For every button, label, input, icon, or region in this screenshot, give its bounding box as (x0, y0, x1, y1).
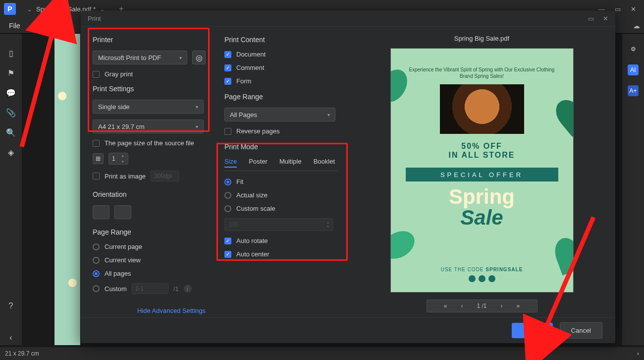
dialog-close-icon[interactable]: ✕ (603, 15, 608, 22)
preview-sale: Sale (460, 207, 503, 228)
page-range-select[interactable]: All Pages▾ (224, 108, 335, 121)
sides-select[interactable]: Single side▾ (93, 100, 204, 114)
page-icon[interactable]: ▯ (6, 49, 15, 58)
print-mode-heading: Print Mode (224, 143, 338, 151)
paper-size-select[interactable]: A4 21 x 29.7 cm▾ (93, 120, 204, 133)
copies-icon: ⊞ (93, 153, 104, 164)
page-range-heading-left: Page Range (93, 228, 206, 236)
pager-current: 1 /1 (477, 302, 486, 309)
custom-scale-radio[interactable] (224, 205, 231, 212)
status-bar: 21 x 29.7 cm › (0, 347, 644, 360)
pager-last-icon[interactable]: » (517, 302, 520, 309)
dialog-title: Print (88, 15, 101, 22)
print-button[interactable]: Print (512, 323, 553, 338)
app-logo: P (4, 3, 16, 15)
print-icon[interactable]: ⎙ (54, 22, 58, 30)
tab-booklet[interactable]: Booklet (314, 158, 335, 168)
printer-properties-button[interactable]: ◎ (192, 51, 206, 64)
print-settings-heading: Print Settings (93, 85, 206, 93)
orientation-heading: Orientation (93, 190, 206, 198)
chevron-right-icon[interactable]: › (637, 350, 639, 357)
print-mode-tabs: Size Poster Multiple Booklet (224, 158, 338, 171)
reverse-pages-checkbox[interactable] (224, 128, 231, 135)
chevron-down-icon: ▾ (179, 55, 182, 60)
copies-stepper[interactable]: 1 ▴▾ (108, 153, 128, 165)
file-menu[interactable]: File (4, 20, 25, 32)
preview-hero-image (440, 84, 524, 134)
pager-next-icon[interactable]: › (501, 302, 503, 309)
orientation-portrait[interactable] (93, 205, 109, 219)
preview-spring: Spring (449, 186, 515, 207)
source-size-label: The page size of the source file (105, 139, 194, 147)
auto-center-checkbox[interactable] (224, 251, 231, 258)
tab-size[interactable]: Size (224, 158, 237, 168)
chevron-down-icon: ▾ (196, 124, 198, 129)
fit-radio[interactable] (224, 179, 231, 185)
maximize-button[interactable]: ▭ (615, 5, 621, 13)
preview-code: USE THE CODE SPRINGSALE (441, 267, 523, 272)
print-dialog: Print ▭ ✕ Printer Microsoft Print to PDF… (81, 11, 615, 343)
attachment-icon[interactable]: 📎 (6, 108, 15, 117)
document-background (54, 34, 80, 345)
cancel-button[interactable]: Cancel (560, 322, 602, 339)
save-icon[interactable]: ▢ (41, 22, 48, 30)
range-custom-radio[interactable] (93, 285, 100, 292)
dialog-footer: Print Cancel (81, 317, 615, 343)
tab-poster[interactable]: Poster (249, 158, 268, 168)
comment-checkbox[interactable] (224, 64, 231, 71)
gray-print-label: Gray print (105, 70, 133, 78)
search-icon[interactable]: 🔍 (6, 128, 15, 137)
svg-line-0 (22, 29, 54, 147)
print-as-image-label: Print as image (105, 173, 146, 180)
left-rail: ▯ ⚑ 💬 📎 🔍 ◈ ? ‹ (0, 34, 22, 345)
range-all-pages-radio[interactable] (93, 270, 100, 277)
cloud-icon[interactable]: ☁ (633, 22, 640, 30)
preview-page: Experience the Vibrant Spirit of Spring … (390, 48, 574, 293)
tab-multiple[interactable]: Multiple (279, 158, 302, 168)
ai-plus-icon[interactable]: A+ (628, 85, 639, 96)
actual-size-radio[interactable] (224, 192, 231, 199)
preview-discount-1: 50% OFF (461, 142, 502, 151)
gray-print-checkbox[interactable] (93, 71, 100, 78)
scale-input[interactable]: 100 ▴▾ (224, 218, 333, 231)
right-rail: ⚙ AI A+ (622, 34, 644, 345)
comment-icon[interactable]: 💬 (6, 88, 15, 97)
printer-heading: Printer (93, 36, 206, 44)
printer-select[interactable]: Microsoft Print to PDF▾ (93, 51, 187, 64)
preview-title: Spring Big Sale.pdf (454, 35, 509, 42)
chevron-down-icon: ▾ (196, 104, 198, 110)
orientation-landscape[interactable] (114, 205, 131, 219)
form-checkbox[interactable] (224, 78, 231, 85)
sliders-icon[interactable]: ⚙ (628, 44, 639, 55)
chevron-down-icon: ⌄ (27, 5, 32, 13)
range-custom-input[interactable]: 1-1 (132, 283, 168, 294)
pager-first-icon[interactable]: « (444, 302, 447, 309)
chevron-down-icon: ▾ (327, 112, 330, 118)
print-settings-left: Printer Microsoft Print to PDF▾ ◎ Gray p… (81, 27, 215, 317)
help-icon[interactable]: ? (6, 301, 15, 310)
pager-prev-icon[interactable]: ‹ (461, 302, 463, 309)
source-size-checkbox[interactable] (93, 140, 100, 147)
auto-rotate-checkbox[interactable] (224, 238, 231, 244)
close-window-button[interactable]: ✕ (631, 5, 636, 13)
ai-icon[interactable]: AI (628, 64, 639, 75)
preview-pager: « ‹ 1 /1 › » (427, 300, 537, 312)
range-current-view-radio[interactable] (93, 257, 100, 264)
print-as-image-checkbox[interactable] (93, 173, 100, 180)
advanced-settings-link[interactable]: Hide Advanced Settings (137, 307, 206, 314)
dialog-maximize-icon[interactable]: ▭ (588, 15, 594, 22)
range-current-page-radio[interactable] (93, 243, 100, 250)
dpi-input: 300dpi (151, 171, 179, 181)
layers-icon[interactable]: ◈ (6, 148, 15, 157)
info-icon: i (184, 285, 192, 293)
print-preview-panel: Spring Big Sale.pdf Experience the Vibra… (348, 27, 615, 317)
print-settings-mid: Print Content Document Comment Form Page… (215, 27, 348, 317)
preview-social-icons (469, 275, 495, 282)
chevron-left-icon[interactable]: ‹ (6, 333, 15, 342)
bookmark-icon[interactable]: ⚑ (6, 68, 15, 77)
print-content-heading: Print Content (224, 36, 338, 44)
document-checkbox[interactable] (224, 51, 231, 58)
preview-tagline: Experience the Vibrant Spirit of Spring … (406, 66, 558, 79)
page-range-heading-mid: Page Range (224, 93, 338, 101)
undo-icon[interactable]: ↶ (65, 22, 71, 30)
